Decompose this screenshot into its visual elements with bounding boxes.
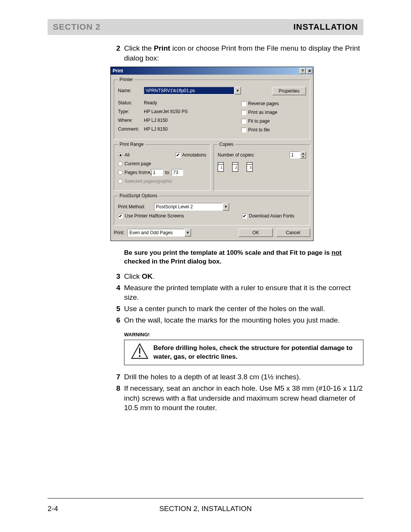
- step-4: 4Measure the printed template with a rul…: [110, 283, 363, 302]
- step-6: 6On the wall, locate the marks for the m…: [110, 315, 363, 325]
- chevron-down-icon[interactable]: ▼: [185, 229, 191, 236]
- step-7: 7Drill the holes to a depth of at least …: [110, 372, 363, 382]
- copies-field[interactable]: 1: [290, 152, 300, 158]
- steps-list-a: 2 Click the Print icon or choose Print f…: [110, 43, 363, 63]
- print-dialog: Print ? ✕ Printer Name: \\PRNT: [110, 67, 314, 241]
- pages-parity-combo[interactable]: Even and Odd Pages ▼: [127, 229, 191, 236]
- warning-text: Before drilling holes, check the structu…: [151, 344, 359, 361]
- print-range-group: Print Range All ✔Annotations Current pag…: [114, 142, 210, 191]
- print-to-file-checkbox[interactable]: [241, 128, 246, 133]
- copies-group: Copies Number of copies: 1 ▲ ▼: [213, 142, 310, 191]
- print-method-combo[interactable]: PostScript Level 2 ▼: [154, 203, 229, 211]
- svg-point-2: [139, 355, 140, 357]
- pages-from-field[interactable]: 1: [151, 169, 163, 176]
- asian-fonts-checkbox[interactable]: ✔: [242, 214, 247, 219]
- dialog-titlebar[interactable]: Print ? ✕: [111, 67, 313, 75]
- collate-preview: 11 22 33: [218, 162, 306, 173]
- printer-group: Printer Name: \\PRNTSRV1\b1flp01.ps ▼: [114, 77, 310, 139]
- range-pages-radio[interactable]: [118, 170, 123, 175]
- header-left: SECTION 2: [53, 22, 100, 32]
- warning-label: WARNING!: [124, 332, 363, 337]
- printer-name-combo[interactable]: \\PRNTSRV1\b1flp01.ps ▼: [144, 87, 241, 94]
- section-header: SECTION 2 INSTALLATION: [48, 19, 363, 35]
- chevron-down-icon[interactable]: ▼: [234, 87, 241, 94]
- ok-button[interactable]: OK: [239, 228, 273, 237]
- close-icon[interactable]: ✕: [306, 68, 312, 74]
- help-icon[interactable]: ?: [299, 68, 306, 74]
- reverse-pages-checkbox[interactable]: [241, 101, 246, 106]
- warning-icon: [128, 343, 151, 362]
- page-number: 2-4: [48, 505, 116, 513]
- header-right: INSTALLATION: [293, 22, 358, 32]
- chevron-down-icon[interactable]: ▼: [223, 203, 229, 211]
- step-8: 8If necessary, seat an anchor in each ho…: [110, 383, 363, 413]
- copies-down-icon[interactable]: ▼: [300, 155, 306, 158]
- footer-title: SECTION 2, INSTALLATION: [116, 505, 295, 513]
- step-2: 2 Click the Print icon or choose Print f…: [110, 43, 363, 63]
- dialog-title: Print: [113, 68, 123, 73]
- pages-to-field[interactable]: 73: [172, 169, 183, 176]
- step-3: 3Click OK.: [110, 272, 363, 281]
- warning-box: Before drilling holes, check the structu…: [124, 340, 363, 365]
- properties-button[interactable]: Properties: [272, 87, 306, 95]
- copies-up-icon[interactable]: ▲: [300, 152, 306, 155]
- halftone-checkbox[interactable]: ✔: [118, 214, 123, 219]
- steps-list-c: 7Drill the holes to a depth of at least …: [110, 372, 363, 413]
- step-5: 5Use a center punch to mark the center o…: [110, 304, 363, 314]
- page-footer: 2-4 SECTION 2, INSTALLATION: [48, 505, 363, 513]
- print-as-image-checkbox[interactable]: [241, 110, 246, 115]
- range-current-radio[interactable]: [118, 161, 123, 166]
- footer-rule: [48, 498, 363, 498]
- scale-note: Be sure you print the template at 100% s…: [124, 249, 363, 266]
- cancel-button[interactable]: Cancel: [276, 228, 310, 237]
- postscript-group: PostScript Options Print Method: PostScr…: [114, 193, 310, 225]
- range-selected-radio: [118, 179, 123, 184]
- range-all-radio[interactable]: [118, 153, 123, 157]
- steps-list-b: 3Click OK. 4Measure the printed template…: [110, 272, 363, 325]
- annotations-checkbox[interactable]: ✔: [175, 153, 180, 158]
- fit-to-page-checkbox[interactable]: [241, 119, 246, 124]
